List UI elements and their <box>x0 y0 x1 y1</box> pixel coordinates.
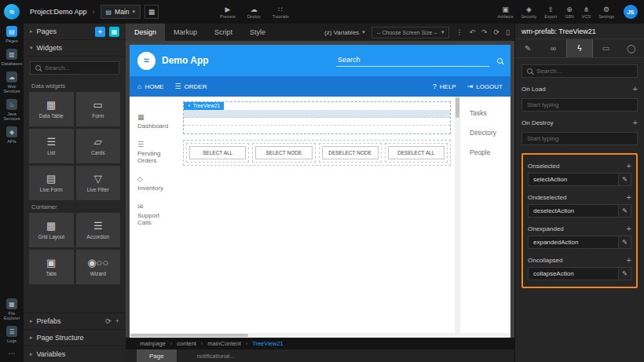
widget-tile-grid-layout[interactable]: ▦ Grid Layout <box>29 213 74 247</box>
nav-item-home[interactable]: ⌂ HOME <box>137 82 163 90</box>
widget-tile-list[interactable]: ☰ List <box>29 129 74 163</box>
right-panel-item-directory[interactable]: Directory <box>470 129 510 137</box>
ondeselected-input[interactable] <box>528 204 618 218</box>
nav-item-logout[interactable]: ⇥ LOGOUT <box>467 82 503 90</box>
tab-events[interactable]: ϟ <box>566 39 593 57</box>
widget-tile-data-table[interactable]: ▦ Data Table <box>29 92 74 126</box>
widget-search-input[interactable] <box>45 64 114 71</box>
redo-icon[interactable]: ↷ <box>481 28 488 36</box>
canvas-vertical-scrollbar[interactable] <box>455 97 460 333</box>
add-event-button[interactable]: + <box>633 85 638 93</box>
breadcrumb-item-mainpage[interactable]: mainpage <box>140 340 166 347</box>
user-avatar[interactable]: JS <box>624 5 638 19</box>
events-search-input[interactable] <box>536 68 632 75</box>
tab-markup[interactable]: Markup <box>165 24 206 41</box>
refresh-canvas-icon[interactable]: ⟳ <box>494 28 500 36</box>
widget-tile-form[interactable]: ▭ Form <box>76 92 121 126</box>
on-destroy-input[interactable] <box>521 132 638 145</box>
security-button[interactable]: ◈ Security <box>521 5 536 19</box>
rail-item-web-services[interactable]: ☁ Web Services <box>0 69 24 97</box>
onselected-input[interactable] <box>528 173 618 186</box>
tab-script[interactable]: Script <box>206 24 241 41</box>
widget-tile-live-form[interactable]: ▤ Live Form <box>29 166 74 200</box>
pages-grid-button[interactable]: ▦ <box>145 5 159 19</box>
sidebar-section-prefabs[interactable]: ▸ Prefabs ⟳ + <box>24 313 126 329</box>
breadcrumb-item-content[interactable]: content <box>177 340 196 347</box>
more-vertical-icon[interactable]: ⋮ <box>456 28 463 36</box>
settings-button[interactable]: ⚙ Settings <box>598 5 614 19</box>
export-button[interactable]: ⇧ Export <box>544 5 557 19</box>
tab-device[interactable]: ▭ <box>593 39 618 57</box>
sidebar-section-widgets[interactable]: ▾ Widgets <box>24 40 126 57</box>
pages-menu-button[interactable]: ▦ <box>109 27 119 37</box>
right-panel-item-people[interactable]: People <box>470 148 510 156</box>
add-event-button[interactable]: + <box>627 225 631 232</box>
edit-action-icon[interactable]: ✎ <box>618 236 631 249</box>
screen-size-dropdown[interactable]: -- Choose Screen Size -- ▾ <box>371 27 450 38</box>
rail-item-java-services[interactable]: ♨ Java Services <box>0 97 24 124</box>
widget-tile-wizard[interactable]: ◉○○ Wizard <box>76 250 121 284</box>
scrollbar-thumb[interactable] <box>130 334 248 337</box>
page-tab[interactable]: Page <box>137 349 177 362</box>
add-event-button[interactable]: + <box>627 193 631 201</box>
page-selector-dropdown[interactable]: ▤ Main ▾ <box>101 5 141 19</box>
undo-icon[interactable]: ↶ <box>469 28 475 36</box>
menu-item-pending-orders[interactable]: ☰ Pending Orders <box>137 141 174 164</box>
more-options-icon[interactable]: ⋯ <box>9 346 16 362</box>
deploy-button[interactable]: ☁ Deploy <box>247 5 261 19</box>
treeview-widget[interactable]: + TreeView21 <box>183 101 451 134</box>
tab-design[interactable]: Design <box>126 24 165 41</box>
tab-styles[interactable]: ✎ <box>515 39 540 57</box>
widget-tile-accordion[interactable]: ☰ Accordion <box>76 213 121 247</box>
rail-item-file-explorer[interactable]: ▦ File Explorer <box>0 296 24 324</box>
rail-item-logs[interactable]: ☰ Logs <box>0 324 24 346</box>
treeview-selection-tag[interactable]: + TreeView21 <box>184 102 224 110</box>
vcs-button[interactable]: ⋔ VCS <box>582 5 591 19</box>
wavemaker-logo[interactable]: ≈ <box>0 0 24 24</box>
menu-item-support-calls[interactable]: ✉ Support Calls <box>137 203 174 226</box>
refresh-icon[interactable]: ⟳ <box>105 317 112 325</box>
add-prefab-button[interactable]: + <box>115 317 119 325</box>
on-load-input[interactable] <box>521 98 638 112</box>
tutorials-button[interactable]: ∷ Tutorials <box>273 5 289 19</box>
i18n-button[interactable]: ⊕ I18N <box>565 5 574 19</box>
tab-style[interactable]: Style <box>241 24 274 41</box>
deselect-node-button[interactable]: DESELECT NODE <box>322 146 379 159</box>
widget-tile-live-filter[interactable]: ▽ Live Filter <box>76 166 121 200</box>
edit-action-icon[interactable]: ✎ <box>618 204 631 218</box>
sidebar-section-pages[interactable]: ▸ Pages + ▦ <box>24 24 126 40</box>
rail-item-apis[interactable]: ◈ APIs <box>0 124 24 147</box>
widget-tile-tabs[interactable]: ▣ Tabs <box>29 250 74 284</box>
onexpanded-input[interactable] <box>528 236 618 249</box>
variables-dropdown[interactable]: (z) Variables ▾ <box>324 29 365 36</box>
artifacts-button[interactable]: ▣ Artifacts <box>498 5 514 19</box>
rail-item-databases[interactable]: ▥ Databases <box>0 46 24 69</box>
right-panel-item-tasks[interactable]: Tasks <box>470 109 510 117</box>
search-icon[interactable] <box>497 58 503 64</box>
rail-item-pages[interactable]: ▤ Pages <box>0 24 24 46</box>
breadcrumb-item-maincontent[interactable]: mainContent <box>207 340 241 347</box>
breadcrumb-item-treeview21[interactable]: TreeView21 <box>252 340 284 347</box>
deselect-all-button[interactable]: DESELECT ALL <box>388 146 445 159</box>
widget-tile-cards[interactable]: ▱ Cards <box>76 129 121 163</box>
menu-item-dashboard[interactable]: ▦ Dashboard <box>137 114 174 130</box>
add-event-button[interactable]: + <box>627 162 631 170</box>
scrollbar-thumb[interactable] <box>456 97 459 118</box>
canvas-horizontal-scrollbar[interactable] <box>130 333 510 338</box>
tab-properties[interactable]: ∞ <box>540 39 565 57</box>
tab-state[interactable]: ◯ <box>619 39 644 57</box>
sidebar-section-page-structure[interactable]: ▸ Page Structure <box>24 329 126 346</box>
add-page-button[interactable]: + <box>95 27 105 37</box>
edit-action-icon[interactable]: ✎ <box>618 173 631 186</box>
edit-action-icon[interactable]: ✎ <box>618 267 631 280</box>
add-event-button[interactable]: + <box>633 119 638 126</box>
select-all-button[interactable]: SELECT ALL <box>189 146 246 159</box>
menu-item-inventory[interactable]: ◇ Inventory <box>137 176 174 192</box>
add-event-button[interactable]: + <box>627 256 631 264</box>
nav-item-order[interactable]: ☰ ORDER <box>174 82 207 90</box>
select-node-button[interactable]: SELECT NODE <box>255 146 312 159</box>
preview-button[interactable]: ▶ Preview <box>220 5 236 19</box>
sidebar-section-variables[interactable]: ▸ Variables <box>24 346 126 362</box>
app-search-field[interactable]: Search <box>336 54 489 67</box>
nav-item-help[interactable]: ? HELP <box>433 82 456 90</box>
